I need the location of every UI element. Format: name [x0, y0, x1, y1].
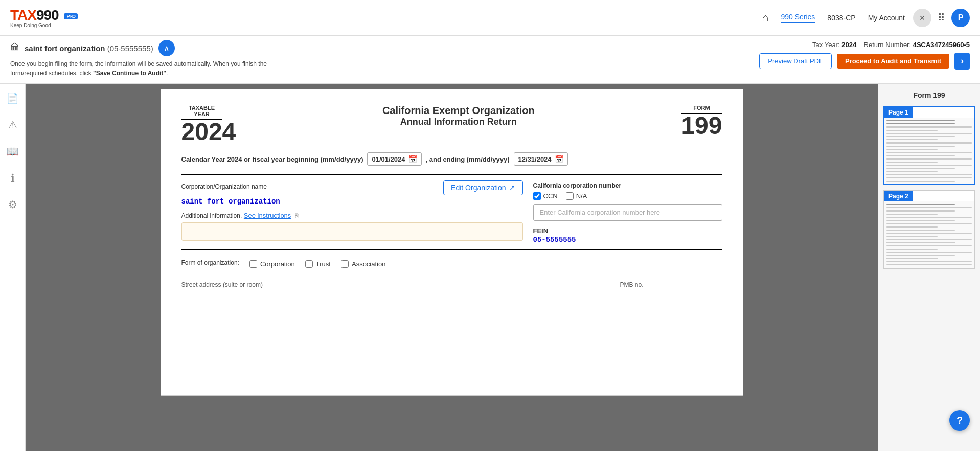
help-button[interactable]: ?: [949, 410, 970, 431]
nav-990-series[interactable]: 990 Series: [781, 13, 815, 23]
na-checkbox-item[interactable]: N/A: [566, 192, 587, 200]
home-icon[interactable]: ⌂: [762, 11, 768, 25]
calendar-row: Calendar Year 2024 or fiscal year beginn…: [181, 152, 722, 166]
ccn-checkbox-item[interactable]: CCN: [533, 192, 558, 200]
warning-icon[interactable]: ⚠: [5, 116, 20, 134]
edit-org-label: Edit Organization: [451, 184, 506, 192]
subheader-right: Tax Year: 2024 Return Number: 4SCA347245…: [759, 41, 970, 70]
logo-nine: 99: [36, 7, 51, 23]
info-icon[interactable]: ℹ: [8, 169, 18, 187]
nav-my-account[interactable]: My Account: [868, 14, 905, 22]
fein-label: FEIN: [533, 227, 722, 235]
thumb-line: [886, 130, 938, 131]
org-ein: (05-5555555): [107, 44, 153, 53]
year-value: 2024: [181, 120, 236, 144]
page-2-label: Page 2: [884, 191, 913, 201]
proceed-audit-transmit-button[interactable]: Proceed to Audit and Transmit: [837, 54, 949, 69]
date-start-value: 01/01/2024: [372, 155, 405, 163]
trust-label: Trust: [316, 260, 331, 268]
thumb-line: [886, 261, 972, 262]
additional-info-input[interactable]: [181, 222, 523, 241]
org-name: saint fort organization (05-5555555): [25, 44, 153, 53]
form-number-value: 199: [681, 114, 722, 138]
thumb-line: [886, 214, 938, 215]
fein-value: 05-5555555: [533, 236, 722, 244]
thumb-line: [886, 171, 938, 172]
thumb-line: [886, 204, 955, 205]
thumb-line: [886, 210, 955, 211]
thumb-line: [886, 165, 972, 166]
thumb-line: [886, 226, 938, 227]
org-name-display: saint fort organization: [181, 197, 523, 206]
user-avatar[interactable]: P: [951, 9, 970, 27]
thumb-line: [886, 258, 938, 259]
pmb-label: PMB no.: [620, 281, 722, 288]
logo-zero: 0: [51, 7, 59, 23]
grid-icon[interactable]: ⠿: [938, 12, 945, 24]
logo-tagline: Keep Doing Good: [10, 22, 51, 28]
icon-circle-x[interactable]: ✕: [913, 9, 931, 27]
date-end-input[interactable]: 12/31/2024 📅: [514, 152, 568, 166]
thumb-line: [886, 158, 972, 159]
page-1-thumbnail[interactable]: Page 1: [883, 106, 975, 185]
corporation-checkbox[interactable]: [249, 260, 257, 268]
next-button[interactable]: ›: [954, 53, 970, 70]
org-type-corporation[interactable]: Corporation: [249, 260, 295, 268]
copy-icon[interactable]: ⎘: [295, 212, 299, 219]
corp-org-name-label: Corporation/Organization name: [181, 183, 267, 190]
edit-org-icon: ↗: [509, 184, 515, 192]
thumb-line: [886, 264, 972, 265]
additional-info-label: Additional information.: [181, 212, 242, 219]
ccn-section: California corporation number CCN N/A: [533, 182, 722, 244]
thumb-line: [886, 136, 955, 137]
page-1-label: Page 1: [884, 107, 913, 118]
trust-checkbox[interactable]: [305, 260, 313, 268]
edit-organization-button[interactable]: Edit Organization ↗: [443, 180, 522, 195]
thumb-line: [886, 123, 955, 124]
corp-left: Corporation/Organization name Edit Organ…: [181, 180, 523, 241]
org-type-association[interactable]: Association: [341, 260, 385, 268]
date-start-input[interactable]: 01/01/2024 📅: [367, 152, 421, 166]
date-end-value: 12/31/2024: [518, 155, 552, 163]
association-checkbox[interactable]: [341, 260, 349, 268]
thumb-line: [886, 236, 938, 237]
header: TAX990 PRO Keep Doing Good ⌂ 990 Series …: [0, 0, 980, 36]
thumb-line: [886, 142, 972, 143]
thumb-line: [886, 252, 972, 253]
subheader: 🏛 saint fort organization (05-5555555) ∧…: [0, 36, 980, 84]
settings-icon[interactable]: ⚙: [5, 195, 20, 214]
expand-collapse-button[interactable]: ∧: [158, 40, 175, 56]
logo-tax: TA: [10, 7, 27, 23]
corp-org-row: Corporation/Organization name Edit Organ…: [181, 180, 722, 244]
preview-draft-pdf-button[interactable]: Preview Draft PDF: [759, 53, 832, 69]
thumb-line: [886, 155, 955, 156]
form-of-org-label: Form of organization:: [181, 259, 239, 266]
thumb-line: [886, 242, 955, 243]
thumb-line: [886, 162, 938, 163]
page-2-thumbnail[interactable]: Page 2: [883, 190, 975, 269]
ccn-checkbox[interactable]: [533, 192, 541, 200]
thumb-line: [886, 181, 955, 182]
left-icon-bar: 📄 ⚠ 📖 ℹ ⚙: [0, 84, 26, 451]
calendar-end-icon[interactable]: 📅: [555, 155, 563, 163]
logo[interactable]: TAX990 PRO: [10, 7, 78, 24]
thumb-line: [886, 152, 972, 153]
document-icon[interactable]: 📄: [3, 89, 22, 107]
ccn-input-field[interactable]: [533, 204, 722, 221]
header-icons: ✕ ⠿ P: [913, 9, 970, 27]
thumb-line: [886, 249, 938, 250]
date-end-label: , and ending (mm/dd/yyyy): [426, 155, 510, 163]
calendar-label: Calendar Year 2024 or fiscal year beginn…: [181, 155, 363, 163]
calendar-start-icon[interactable]: 📅: [408, 155, 417, 163]
org-type-trust[interactable]: Trust: [305, 260, 331, 268]
book-icon[interactable]: 📖: [3, 142, 22, 161]
form-of-organization-row: Form of organization: Corporation Trust …: [181, 259, 722, 268]
main-nav: ⌂ 990 Series 8038-CP My Account: [762, 11, 905, 25]
nav-8038cp[interactable]: 8038-CP: [827, 14, 855, 22]
na-label-text: N/A: [576, 192, 587, 200]
na-checkbox[interactable]: [566, 192, 574, 200]
logo-x: X: [27, 7, 36, 23]
thumb-line: [886, 168, 955, 169]
street-address-label: Street address (suite or room): [181, 281, 610, 288]
see-instructions-link[interactable]: See instructions: [244, 212, 291, 219]
